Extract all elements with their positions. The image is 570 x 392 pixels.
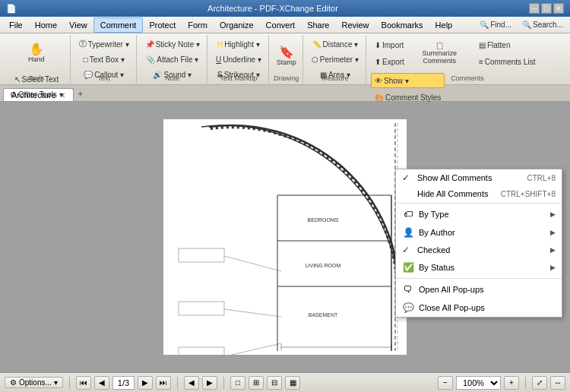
- view-mode-3[interactable]: ⊟: [267, 376, 282, 390]
- typewriter-button[interactable]: Ⓣ Typewriter ▾: [75, 36, 133, 52]
- highlight-button[interactable]: H Highlight ▾: [214, 36, 264, 52]
- find-button[interactable]: 🔍 Find...: [476, 17, 515, 33]
- author-icon: 👤: [402, 226, 414, 239]
- other-tools-button[interactable]: ⚙ Other Tools ▾: [6, 87, 67, 102]
- back-button[interactable]: ◀: [184, 376, 199, 390]
- wrench-icon: ⚙: [10, 90, 17, 99]
- options-button[interactable]: ⚙ ⚙ Options... Options... ▾: [5, 377, 63, 388]
- export-icon: ⬆: [375, 58, 381, 66]
- drawing-group-label: Drawing: [271, 74, 302, 82]
- import-icon: ⬇: [375, 41, 381, 49]
- toolbar: ✋ Hand ↖ Select Text ⚙ Other Tools ▾ Too…: [0, 33, 570, 85]
- close-button[interactable]: ✕: [553, 3, 564, 14]
- arrow-icon: ▶: [550, 210, 556, 218]
- check-icon: ✓: [402, 172, 413, 183]
- toolbar-group-measure: 📏 Distance ▾ ⬡ Perimeter ▾ ▦ Area ▾ Meas…: [305, 35, 366, 84]
- stamp-icon: 🔖: [279, 46, 294, 58]
- svg-rect-0: [163, 119, 407, 355]
- dropdown-checked[interactable]: ✓ Checked ▶: [396, 242, 562, 258]
- perimeter-button[interactable]: ⬡ Perimeter ▾: [308, 52, 363, 67]
- minimize-button[interactable]: ─: [529, 3, 540, 14]
- note-row1: 📌 Sticky Note ▾: [141, 36, 204, 52]
- dropdown-by-status[interactable]: ✅ By Status ▶: [396, 258, 562, 277]
- svg-text:LIVING ROOM: LIVING ROOM: [306, 263, 341, 268]
- comments-list-button[interactable]: ≡ Comments List: [475, 54, 540, 69]
- attach-icon: 📎: [146, 55, 155, 64]
- show-all-shortcut: CTRL+8: [527, 174, 556, 182]
- menu-review[interactable]: Review: [335, 17, 375, 33]
- svg-text:BEDROOMS: BEDROOMS: [308, 217, 339, 223]
- author-arrow-icon: ▶: [550, 229, 556, 236]
- flatten-button[interactable]: ▤ Flatten: [475, 37, 540, 52]
- menu-comment[interactable]: Comment: [93, 17, 144, 33]
- dropdown-by-type[interactable]: 🏷 By Type ▶: [396, 205, 562, 223]
- menu-form[interactable]: Form: [182, 17, 214, 33]
- view-mode-4[interactable]: ▦: [285, 376, 300, 390]
- dropdown-hide-all[interactable]: Hide All Comments CTRL+SHIFT+8: [396, 186, 562, 201]
- close-popups-label: Close All Pop-ups: [419, 303, 485, 312]
- next-page-button[interactable]: ▶: [138, 376, 153, 390]
- zoom-select[interactable]: 100% 75% 50% 150% 200%: [456, 376, 501, 390]
- prev-page-button[interactable]: ◀: [94, 376, 109, 390]
- window-title: Architecture - PDF-XChange Editor: [17, 4, 529, 13]
- main-area: BEDROOMS LIVING ROOM BASEMENT ✓: [0, 102, 570, 372]
- tab-add-button[interactable]: +: [74, 87, 87, 101]
- import-button[interactable]: ⬇ Import: [371, 37, 408, 52]
- highlight-icon: H: [217, 40, 223, 49]
- menu-share[interactable]: Share: [301, 17, 335, 33]
- underline-icon: U: [216, 55, 221, 64]
- summarize-button[interactable]: 📋 Summarize Comments: [411, 36, 468, 70]
- zoom-in-button[interactable]: +: [504, 376, 519, 390]
- markup-group-label: Text Markup: [209, 74, 268, 82]
- zoom-out-button[interactable]: −: [438, 376, 453, 390]
- sticky-note-button[interactable]: 📌 Sticky Note ▾: [141, 36, 204, 52]
- hand-tool-button[interactable]: ✋ Hand: [25, 36, 48, 70]
- view-mode-1[interactable]: □: [230, 376, 245, 390]
- dropdown-show-all[interactable]: ✓ Show All Comments CTRL+8: [396, 169, 562, 186]
- menu-help[interactable]: Help: [429, 17, 459, 33]
- options-icon: ⚙: [10, 378, 17, 387]
- fit-width-button[interactable]: ↔: [550, 376, 565, 390]
- menu-organize[interactable]: Organize: [214, 17, 260, 33]
- underline-button[interactable]: U Underline ▾: [212, 52, 265, 67]
- dropdown-by-author[interactable]: 👤 By Author ▶: [396, 223, 562, 242]
- show-dropdown-menu: ✓ Show All Comments CTRL+8 Hide All Comm…: [395, 169, 562, 318]
- export-button[interactable]: ⬆ Export: [371, 54, 408, 69]
- summarize-icon: 📋: [435, 42, 444, 49]
- close-popup-icon: 💬: [402, 302, 414, 314]
- distance-icon: 📏: [312, 40, 321, 49]
- text-box-button[interactable]: □ Text Box ▾: [80, 52, 128, 67]
- last-page-button[interactable]: ⏭: [156, 376, 171, 390]
- tools-row3: ⚙ Other Tools ▾: [6, 87, 67, 102]
- fit-page-button[interactable]: ⤢: [532, 376, 547, 390]
- document-page: BEDROOMS LIVING ROOM BASEMENT: [163, 119, 407, 355]
- menu-view[interactable]: View: [63, 17, 93, 33]
- distance-button[interactable]: 📏 Distance ▾: [309, 36, 363, 52]
- menu-convert[interactable]: Convert: [260, 17, 302, 33]
- stamp-button[interactable]: 🔖 Stamp: [274, 36, 299, 76]
- maximize-button[interactable]: □: [541, 3, 552, 14]
- menu-bookmarks[interactable]: Bookmarks: [375, 17, 429, 33]
- blueprint-svg: BEDROOMS LIVING ROOM BASEMENT: [163, 119, 407, 355]
- view-mode-2[interactable]: ⊞: [249, 376, 264, 390]
- checked-arrow-icon: ▶: [550, 246, 556, 254]
- status-icon: ✅: [402, 261, 414, 273]
- first-page-button[interactable]: ⏮: [76, 376, 91, 390]
- toolbar-group-text: Ⓣ Typewriter ▾ □ Text Box ▾ 💬 Callout ▾ …: [72, 35, 137, 84]
- find-icon: 🔍: [480, 21, 489, 29]
- checked-label: Checked: [417, 245, 450, 254]
- attach-file-button[interactable]: 📎 Attach File ▾: [142, 52, 202, 67]
- menu-home[interactable]: Home: [29, 17, 63, 33]
- note-icon: 📌: [145, 40, 154, 49]
- forward-button[interactable]: ▶: [202, 376, 217, 390]
- status-arrow-icon: ▶: [550, 264, 556, 271]
- menu-protect[interactable]: Protect: [143, 17, 182, 33]
- dropdown-open-popups[interactable]: 🗨 Open All Pop-ups: [396, 280, 562, 299]
- search-button[interactable]: 🔍 Search...: [518, 17, 567, 33]
- menu-file[interactable]: File: [3, 17, 29, 33]
- dropdown-close-popups[interactable]: 💬 Close All Pop-ups: [396, 299, 562, 317]
- by-author-label: By Author: [419, 228, 455, 237]
- text-group-label: Text: [72, 74, 136, 82]
- show-all-label: Show All Comments: [417, 173, 492, 182]
- page-display: 1 / 3: [112, 376, 135, 390]
